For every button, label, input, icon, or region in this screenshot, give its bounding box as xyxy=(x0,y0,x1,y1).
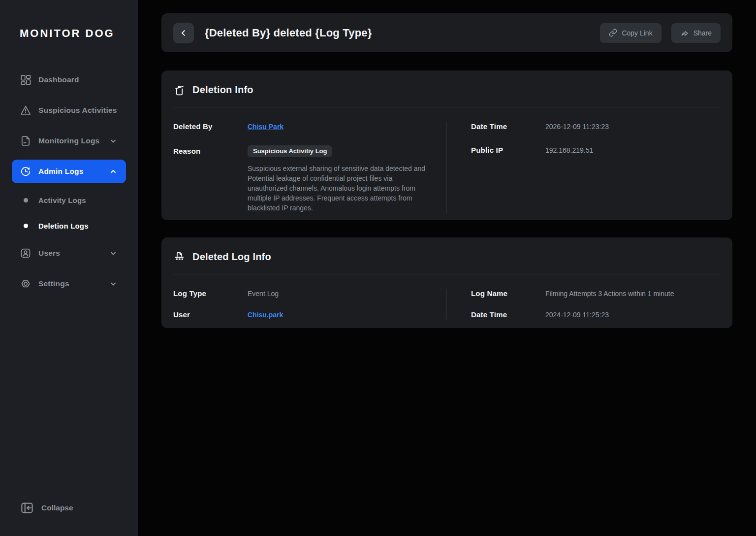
deleted-log-info-card: Deleted Log Info Log Type Event Log User… xyxy=(161,237,732,328)
sidebar-item-dashboard[interactable]: Dashboard xyxy=(12,68,126,92)
sidebar-item-label: Monitoring Logs xyxy=(38,136,107,145)
copy-link-label: Copy Link xyxy=(622,29,652,37)
date-time-label: Date Time xyxy=(471,122,545,132)
collapse-label: Collapse xyxy=(41,503,73,512)
sidebar-item-users[interactable]: Users xyxy=(12,241,126,265)
sidebar-item-label: Suspicious Activities xyxy=(38,106,119,115)
share-button[interactable]: Share xyxy=(671,23,721,43)
sidebar-item-admin-logs[interactable]: Admin Logs xyxy=(12,160,126,183)
public-ip-label: Public IP xyxy=(471,145,545,155)
log-type-label: Log Type xyxy=(173,289,248,299)
deleted-by-link[interactable]: Chisu Park xyxy=(248,122,284,132)
reason-label: Reason xyxy=(173,146,248,156)
user-link[interactable]: Chisu.park xyxy=(248,310,283,320)
date-time-value: 2026-12-09 11:23:23 xyxy=(545,122,609,132)
sidebar-subitem-label: Deletion Logs xyxy=(38,222,89,230)
date-time-label: Date Time xyxy=(471,310,545,320)
back-button[interactable] xyxy=(173,23,194,43)
public-ip-value: 192.168.219.51 xyxy=(545,145,593,155)
sidebar-item-label: Settings xyxy=(38,279,107,288)
sidebar-item-label: Admin Logs xyxy=(38,167,107,176)
collapse-button[interactable]: Collapse xyxy=(20,501,73,515)
share-label: Share xyxy=(693,29,712,37)
deletion-info-card: Deletion Info Deleted By Chisu Park Reas… xyxy=(161,70,732,220)
reason-badge: Suspicious Activitiy Log xyxy=(248,145,332,157)
document-icon xyxy=(20,135,32,147)
reason-text: Suspicious external sharing of sensitive… xyxy=(248,164,426,213)
main-content: {Deleted By} deleted {Log Type} Copy Lin… xyxy=(138,0,756,328)
chevron-up-icon xyxy=(107,166,119,177)
sidebar-subitem-label: Activity Logs xyxy=(38,196,86,204)
log-name-value: Filming Attempts 3 Actions within 1 minu… xyxy=(545,289,674,299)
user-icon xyxy=(20,247,32,259)
deleted-by-label: Deleted By xyxy=(173,122,248,132)
app-logo: MONITOR DOG xyxy=(20,28,138,39)
page-header: {Deleted By} deleted {Log Type} Copy Lin… xyxy=(161,13,732,52)
link-icon xyxy=(609,29,617,37)
copy-link-button[interactable]: Copy Link xyxy=(600,23,661,43)
chevron-down-icon xyxy=(107,247,119,259)
card-title: Deleted Log Info xyxy=(192,251,271,263)
sidebar-subitem-activity-logs[interactable]: Activity Logs xyxy=(12,190,126,210)
bullet-dot-icon xyxy=(24,224,28,228)
bullet-dot-icon xyxy=(24,198,28,202)
user-label: User xyxy=(173,310,248,320)
trash-open-icon xyxy=(173,84,186,96)
warning-icon xyxy=(20,104,32,116)
log-type-value: Event Log xyxy=(248,289,279,299)
sidebar-nav: Dashboard Suspicious Activities Monitori… xyxy=(0,68,138,296)
dashboard-icon xyxy=(20,74,32,86)
sidebar: MONITOR DOG Dashboard Suspicious Activit… xyxy=(0,0,138,536)
sidebar-item-suspicious-activities[interactable]: Suspicious Activities xyxy=(12,99,126,122)
settings-icon xyxy=(20,278,32,290)
chevron-down-icon xyxy=(107,135,119,147)
history-clock-icon xyxy=(20,166,32,177)
chevron-left-icon xyxy=(179,29,188,37)
chevron-down-icon xyxy=(107,278,119,290)
sidebar-item-label: Users xyxy=(38,249,107,258)
shredded-document-icon xyxy=(173,251,186,263)
share-icon xyxy=(680,29,689,37)
card-title: Deletion Info xyxy=(192,84,253,96)
log-name-label: Log Name xyxy=(471,289,545,299)
sidebar-subitem-deletion-logs[interactable]: Deletion Logs xyxy=(12,216,126,235)
sidebar-item-settings[interactable]: Settings xyxy=(12,272,126,296)
collapse-icon xyxy=(20,501,34,515)
sidebar-item-monitoring-logs[interactable]: Monitoring Logs xyxy=(12,129,126,153)
page-title: {Deleted By} deleted {Log Type} xyxy=(205,27,600,39)
date-time-value: 2024-12-09 11:25:23 xyxy=(545,310,609,320)
sidebar-item-label: Dashboard xyxy=(38,75,119,84)
